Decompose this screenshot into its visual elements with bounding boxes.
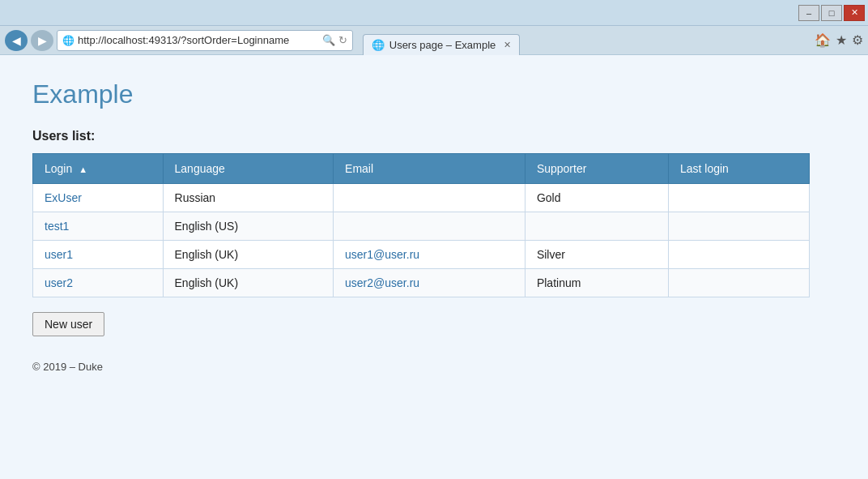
col-last-login[interactable]: Last login (668, 154, 809, 184)
col-supporter[interactable]: Supporter (525, 154, 668, 184)
home-icon[interactable]: 🏠 (815, 32, 831, 48)
cell-supporter: Gold (525, 184, 668, 212)
cell-language: English (UK) (163, 269, 334, 297)
table-row: ExUserRussianGold (33, 184, 810, 212)
cell-email: user1@user.ru (334, 241, 525, 269)
user-login-link[interactable]: ExUser (45, 191, 82, 204)
cell-supporter: Silver (525, 241, 668, 269)
col-login-label: Login (45, 162, 72, 175)
cell-supporter: Platinum (525, 269, 668, 297)
user-login-link[interactable]: user2 (45, 276, 73, 289)
col-language[interactable]: Language (163, 154, 334, 184)
cell-email: user2@user.ru (334, 269, 525, 297)
user-login-link[interactable]: test1 (45, 220, 69, 233)
table-row: test1English (US) (33, 212, 810, 241)
cell-language: English (UK) (163, 241, 334, 269)
settings-icon[interactable]: ⚙ (852, 32, 863, 48)
cell-email (334, 184, 525, 212)
page-icon: 🌐 (62, 35, 74, 46)
back-button[interactable]: ◀ (5, 30, 28, 51)
cell-supporter (525, 212, 668, 241)
user-email-link[interactable]: user1@user.ru (345, 248, 419, 261)
user-email-link[interactable]: user2@user.ru (345, 276, 419, 289)
col-login[interactable]: Login ▲ (33, 154, 164, 184)
user-login-link[interactable]: user1 (45, 248, 73, 261)
cell-language: English (US) (163, 212, 334, 241)
footer: © 2019 – Duke (32, 361, 836, 373)
cell-login: user2 (33, 269, 164, 297)
cell-email (334, 212, 525, 241)
forward-button[interactable]: ▶ (31, 30, 53, 51)
cell-last-login (668, 184, 809, 212)
search-icon[interactable]: 🔍 (322, 34, 335, 46)
page-title: Example (32, 79, 836, 109)
cell-login: ExUser (33, 184, 164, 212)
cell-language: Russian (163, 184, 334, 212)
section-title: Users list: (32, 129, 836, 143)
browser-tab[interactable]: 🌐 Users page – Example ✕ (363, 34, 521, 55)
table-row: user2English (UK)user2@user.ruPlatinum (33, 269, 810, 297)
tab-close-button[interactable]: ✕ (504, 40, 511, 50)
col-supporter-label: Supporter (537, 162, 586, 175)
cell-last-login (668, 212, 809, 241)
toolbar-icons: 🏠 ★ ⚙ (815, 32, 863, 48)
close-button[interactable]: ✕ (844, 5, 865, 21)
page-content: Example Users list: Login ▲ Language Ema… (0, 55, 868, 479)
favorites-icon[interactable]: ★ (836, 32, 847, 48)
address-bar[interactable]: 🌐 http://localhost:49313/?sortOrder=Logi… (57, 30, 353, 51)
cell-last-login (668, 269, 809, 297)
col-email[interactable]: Email (334, 154, 525, 184)
maximize-button[interactable]: □ (821, 5, 842, 21)
address-text: http://localhost:49313/?sortOrder=Loginn… (78, 34, 319, 46)
title-bar: – □ ✕ (0, 0, 868, 26)
title-bar-buttons: – □ ✕ (798, 5, 865, 21)
table-header: Login ▲ Language Email Supporter Last lo… (33, 154, 810, 184)
refresh-icon[interactable]: ↻ (338, 34, 347, 46)
browser-window: – □ ✕ ◀ ▶ 🌐 http://localhost:49313/?sort… (0, 0, 868, 479)
col-last-login-label: Last login (680, 162, 729, 175)
sort-arrow-icon: ▲ (79, 165, 87, 174)
tab-label: Users page – Example (389, 39, 496, 51)
nav-bar: ◀ ▶ 🌐 http://localhost:49313/?sortOrder=… (0, 26, 868, 55)
cell-login: user1 (33, 241, 164, 269)
new-user-button[interactable]: New user (32, 312, 104, 336)
col-email-label: Email (345, 162, 373, 175)
cell-last-login (668, 241, 809, 269)
users-table: Login ▲ Language Email Supporter Last lo… (32, 153, 810, 297)
minimize-button[interactable]: – (798, 5, 819, 21)
col-language-label: Language (175, 162, 225, 175)
table-row: user1English (UK)user1@user.ruSilver (33, 241, 810, 269)
tab-icon: 🌐 (372, 39, 385, 51)
table-body: ExUserRussianGoldtest1English (US)user1E… (33, 184, 810, 297)
cell-login: test1 (33, 212, 164, 241)
